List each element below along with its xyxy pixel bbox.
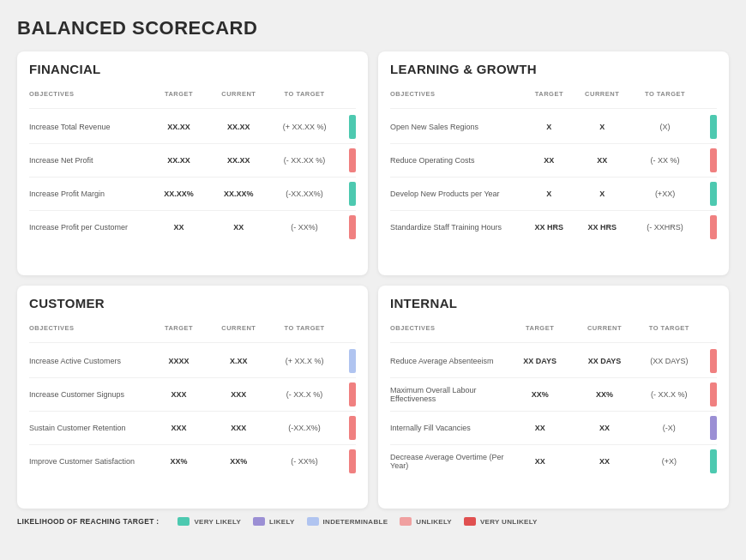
legend-items: VERY LIKELY LIKELY INDETERMINABLE UNLIKE… bbox=[177, 517, 537, 526]
row-objective: Standardize Staff Training Hours bbox=[390, 223, 522, 232]
row-target: XX% bbox=[149, 457, 209, 466]
financial-title: FINANCIAL bbox=[29, 62, 356, 76]
row-target: XX bbox=[522, 156, 575, 165]
internal-header: OBJECTIVES TARGET CURRENT TO TARGET bbox=[390, 314, 717, 343]
row-bar-cell bbox=[701, 382, 717, 406]
row-bar-cell bbox=[701, 115, 717, 139]
legend-item: VERY UNLIKELY bbox=[464, 517, 538, 526]
learning-rows: Open New Sales Regions X X (X) Reduce Op… bbox=[390, 111, 717, 244]
row-current: XX bbox=[208, 223, 268, 232]
row-to-target: (- XX.XX %) bbox=[268, 156, 340, 165]
table-row: Increase Active Customers XXXX X.XX (+ X… bbox=[29, 345, 356, 378]
cust-header-target: TARGET bbox=[149, 324, 209, 332]
customer-quadrant: CUSTOMER OBJECTIVES TARGET CURRENT TO TA… bbox=[17, 286, 368, 509]
table-row: Decrease Average Overtime (Per Year) XX … bbox=[390, 445, 717, 478]
row-to-target: (+XX) bbox=[629, 190, 701, 198]
row-bar bbox=[710, 182, 717, 206]
row-target: XX DAYS bbox=[508, 357, 572, 365]
customer-header: OBJECTIVES TARGET CURRENT TO TARGET bbox=[29, 314, 356, 343]
row-objective: Improve Customer Satisfaction bbox=[29, 457, 149, 466]
table-row: Open New Sales Regions X X (X) bbox=[390, 111, 717, 144]
learning-header: OBJECTIVES TARGET CURRENT TO TARGET bbox=[390, 80, 717, 109]
internal-title: INTERNAL bbox=[390, 296, 717, 310]
table-row: Maximum Overall Labour Effectiveness XX%… bbox=[390, 378, 717, 412]
row-to-target: (-XX.X%) bbox=[268, 424, 340, 432]
row-to-target: (- XX%) bbox=[268, 223, 340, 232]
row-current: XX% bbox=[208, 457, 268, 466]
row-bar-cell bbox=[340, 148, 356, 172]
table-row: Increase Total Revenue XX.XX XX.XX (+ XX… bbox=[29, 111, 356, 144]
row-target: XXX bbox=[149, 390, 209, 399]
row-to-target: (- XX.X %) bbox=[268, 390, 340, 399]
learning-title: LEARNING & GROWTH bbox=[390, 62, 717, 76]
int-header-totarget: TO TARGET bbox=[637, 324, 701, 332]
row-to-target: (+ XX.X %) bbox=[268, 357, 340, 365]
row-target: XX.XX% bbox=[149, 190, 209, 198]
page-title: BALANCED SCORECARD bbox=[17, 17, 729, 39]
row-bar bbox=[710, 382, 717, 406]
row-target: X bbox=[522, 190, 575, 198]
row-bar bbox=[710, 148, 717, 172]
row-objective: Develop New Products per Year bbox=[390, 190, 522, 198]
row-current: XXX bbox=[208, 424, 268, 432]
legend-item: INDETERMINABLE bbox=[307, 517, 388, 526]
row-bar bbox=[349, 449, 356, 473]
table-row: Reduce Average Absenteeism XX DAYS XX DA… bbox=[390, 345, 717, 378]
legend-row: LIKELIHOOD OF REACHING TARGET : VERY LIK… bbox=[17, 517, 729, 526]
row-to-target: (+X) bbox=[637, 457, 701, 466]
row-bar-cell bbox=[340, 349, 356, 373]
legend-item-label: UNLIKELY bbox=[416, 518, 452, 526]
row-current: X bbox=[575, 190, 629, 198]
row-bar-cell bbox=[701, 148, 717, 172]
table-row: Internally Fill Vacancies XX XX (-X) bbox=[390, 412, 717, 445]
financial-header: OBJECTIVES TARGET CURRENT TO TARGET bbox=[29, 80, 356, 109]
table-row: Sustain Customer Retention XXX XXX (-XX.… bbox=[29, 412, 356, 445]
fin-header-obj: OBJECTIVES bbox=[29, 90, 149, 98]
table-row: Increase Net Profit XX.XX XX.XX (- XX.XX… bbox=[29, 144, 356, 178]
lg-header-current: CURRENT bbox=[575, 90, 629, 98]
lg-header-target: TARGET bbox=[522, 90, 575, 98]
row-target: XX HRS bbox=[522, 223, 575, 232]
row-bar bbox=[349, 416, 356, 440]
table-row: Develop New Products per Year X X (+XX) bbox=[390, 178, 717, 211]
row-current: X.XX bbox=[208, 357, 268, 365]
row-to-target: (-XX.XX%) bbox=[268, 190, 340, 198]
row-bar bbox=[349, 349, 356, 373]
row-current: XX.XX% bbox=[208, 190, 268, 198]
row-bar bbox=[710, 449, 717, 473]
row-current: XX.XX bbox=[208, 123, 268, 131]
table-row: Increase Profit Margin XX.XX% XX.XX% (-X… bbox=[29, 178, 356, 211]
row-target: XXXX bbox=[149, 357, 209, 365]
legend-item-label: LIKELY bbox=[269, 518, 295, 526]
legend-color-box bbox=[400, 517, 412, 526]
row-current: XX bbox=[575, 156, 629, 165]
row-bar-cell bbox=[701, 215, 717, 239]
customer-rows: Increase Active Customers XXXX X.XX (+ X… bbox=[29, 345, 356, 478]
legend-item: VERY LIKELY bbox=[177, 517, 241, 526]
row-bar-cell bbox=[340, 215, 356, 239]
row-current: XX.XX bbox=[208, 156, 268, 165]
row-current: XX% bbox=[572, 390, 636, 399]
row-to-target: (-X) bbox=[637, 424, 701, 432]
legend-item: UNLIKELY bbox=[400, 517, 452, 526]
cust-header-current: CURRENT bbox=[208, 324, 268, 332]
table-row: Improve Customer Satisfaction XX% XX% (-… bbox=[29, 445, 356, 478]
cust-header-obj: OBJECTIVES bbox=[29, 324, 149, 332]
row-bar bbox=[349, 182, 356, 206]
legend-color-box bbox=[253, 517, 265, 526]
row-bar-cell bbox=[340, 115, 356, 139]
row-current: XXX bbox=[208, 390, 268, 399]
row-target: XX.XX bbox=[149, 123, 209, 131]
row-target: XX bbox=[508, 424, 572, 432]
row-bar-cell bbox=[340, 416, 356, 440]
row-objective: Increase Total Revenue bbox=[29, 123, 149, 131]
int-header-current: CURRENT bbox=[572, 324, 636, 332]
int-header-target: TARGET bbox=[508, 324, 572, 332]
row-objective: Decrease Average Overtime (Per Year) bbox=[390, 453, 508, 470]
legend-item-label: VERY LIKELY bbox=[194, 518, 241, 526]
legend-label: LIKELIHOOD OF REACHING TARGET : bbox=[17, 517, 159, 526]
row-bar bbox=[349, 115, 356, 139]
row-target: XX bbox=[149, 223, 209, 232]
row-bar-cell bbox=[340, 382, 356, 406]
row-objective: Increase Customer Signups bbox=[29, 390, 149, 399]
